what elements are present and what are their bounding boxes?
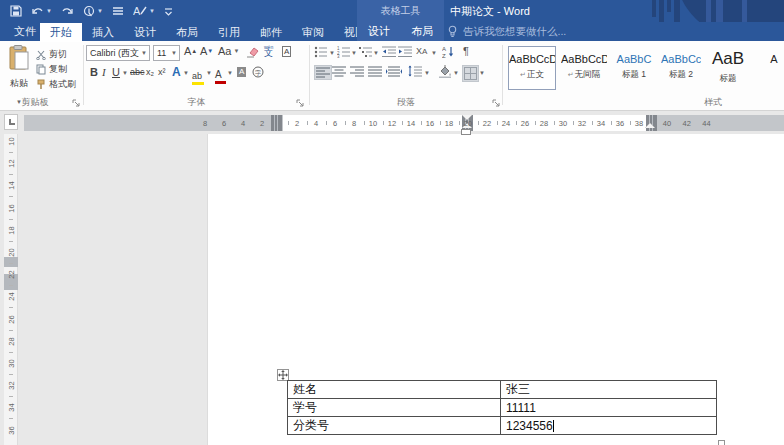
shading-dropdown-icon[interactable]: ▼	[453, 70, 459, 76]
style-name: ↵无间隔	[561, 69, 607, 81]
table-cell[interactable]: 姓名	[288, 381, 501, 399]
redo-button[interactable]	[61, 6, 74, 17]
font-edit-button[interactable]: A ▼	[133, 5, 155, 17]
tab-设计[interactable]: 设计	[124, 23, 166, 42]
subscript-button[interactable]: x₂	[146, 67, 154, 77]
tab-插入[interactable]: 插入	[82, 23, 124, 42]
style-card-无间隔[interactable]: AaBbCcDc↵无间隔	[560, 46, 608, 90]
tell-me-box[interactable]: 告诉我您想要做什么...	[447, 22, 566, 41]
bullet-list-button[interactable]	[314, 46, 328, 58]
show-marks-button[interactable]: ¶	[463, 45, 469, 57]
ruler-number: 10	[369, 119, 377, 128]
document-table[interactable]: 姓名张三学号11111分类号1234556	[287, 380, 717, 435]
highlight-color-button[interactable]: ab	[192, 65, 204, 85]
shrink-font-button[interactable]: A▼	[200, 45, 213, 57]
font-size-dropdown-icon[interactable]: ▼	[169, 50, 179, 56]
table-row-marker[interactable]	[4, 257, 18, 267]
style-card-标题 2[interactable]: AaBbCcD标题 2	[660, 46, 702, 90]
qat-more-button[interactable]	[164, 7, 173, 16]
font-name-combobox[interactable]: Calibri (西文正 ▼	[86, 45, 150, 61]
italic-button[interactable]: I	[102, 66, 106, 78]
paragraph-dialog-launcher[interactable]	[492, 99, 501, 108]
superscript-button[interactable]: x²	[158, 67, 166, 77]
font-name-dropdown-icon[interactable]: ▼	[139, 50, 149, 56]
save-icon[interactable]	[10, 5, 22, 17]
font-color-dropdown-icon[interactable]: ▼	[227, 70, 233, 76]
font-dialog-launcher[interactable]	[296, 99, 305, 108]
undo-dropdown-icon[interactable]: ▼	[46, 8, 52, 14]
multilevel-list-button[interactable]	[359, 46, 373, 58]
paste-button[interactable]: 粘贴 ▼	[4, 45, 34, 103]
bold-button[interactable]: B	[90, 66, 98, 78]
contextual-tab-布局[interactable]: 布局	[407, 22, 437, 41]
undo-button[interactable]: ▼	[31, 6, 52, 17]
character-border-button[interactable]: A	[282, 46, 291, 57]
table-cell[interactable]: 学号	[288, 399, 501, 417]
style-card-标题[interactable]: AaB标题	[706, 46, 750, 90]
numbered-list-dropdown-icon[interactable]: ▼	[351, 50, 357, 56]
strikethrough-button[interactable]: abc	[130, 67, 145, 77]
line-spacing-button[interactable]	[408, 65, 422, 77]
format-painter-button[interactable]: 格式刷	[36, 78, 76, 91]
tab-邮件[interactable]: 邮件	[250, 23, 292, 42]
underline-dropdown-icon[interactable]: ▼	[122, 70, 128, 76]
align-right-button[interactable]	[350, 66, 364, 77]
align-left-button[interactable]	[314, 65, 332, 80]
distribute-button[interactable]	[386, 66, 402, 77]
bullet-list-dropdown-icon[interactable]: ▼	[329, 50, 335, 56]
touch-mode-dropdown-icon[interactable]: ▼	[97, 8, 103, 14]
right-indent-marker[interactable]	[645, 123, 655, 128]
contextual-tab-设计[interactable]: 设计	[364, 22, 394, 41]
cut-button[interactable]: 剪切	[36, 48, 67, 61]
left-indent-marker[interactable]	[461, 129, 471, 135]
table-cell[interactable]: 张三	[501, 381, 717, 399]
multilevel-list-dropdown-icon[interactable]: ▼	[373, 50, 379, 56]
tab-审阅[interactable]: 审阅	[292, 23, 334, 42]
sort-button[interactable]: AZ	[442, 45, 455, 58]
font-edit-dropdown-icon[interactable]: ▼	[149, 8, 155, 14]
tab-引用[interactable]: 引用	[208, 23, 250, 42]
grow-font-button[interactable]: A▲	[184, 45, 197, 57]
shading-button[interactable]	[438, 65, 452, 78]
borders-button[interactable]	[462, 65, 479, 82]
table-cell[interactable]: 分类号	[288, 417, 501, 435]
asian-layout-dropdown-icon[interactable]: ▼	[431, 50, 437, 56]
touch-mode-button[interactable]: ▼	[83, 5, 103, 18]
tab-布局[interactable]: 布局	[166, 23, 208, 42]
table-cell[interactable]: 11111	[501, 399, 717, 417]
table-column-marker[interactable]	[271, 115, 282, 131]
style-card-partial[interactable]: A	[754, 46, 784, 90]
numbered-list-button[interactable]: 123	[337, 46, 351, 58]
tab-开始[interactable]: 开始	[40, 23, 82, 42]
font-size-combobox[interactable]: 11 ▼	[153, 45, 180, 61]
justify-button[interactable]	[368, 66, 382, 77]
style-card-标题 1[interactable]: AaBbC标题 1	[612, 46, 656, 90]
change-case-button[interactable]: Aa▼	[218, 45, 239, 57]
table-resize-handle[interactable]	[718, 440, 725, 445]
asian-layout-button[interactable]: XA	[416, 46, 427, 56]
tab-stop-selector[interactable]	[4, 114, 18, 130]
copy-button[interactable]: 复制	[36, 63, 67, 76]
underline-button[interactable]: U	[112, 66, 120, 78]
clipboard-dialog-launcher[interactable]	[72, 99, 81, 108]
ruler-number: 4	[314, 119, 318, 128]
style-card-正文[interactable]: AaBbCcDc↵正文	[508, 46, 556, 90]
clear-formatting-button[interactable]	[246, 46, 259, 58]
vertical-ruler[interactable]: 1012141618202224262830323436	[4, 134, 18, 445]
table-cell[interactable]: 1234556	[501, 417, 717, 435]
line-spacing-dropdown-icon[interactable]: ▼	[424, 70, 430, 76]
lines-icon[interactable]	[112, 6, 124, 16]
enclose-characters-button[interactable]: 字	[252, 66, 264, 78]
text-effects-dropdown-icon[interactable]: ▼	[183, 70, 189, 76]
borders-dropdown-icon[interactable]: ▼	[479, 70, 485, 76]
font-color-button[interactable]: A	[215, 64, 226, 84]
decrease-indent-button[interactable]	[382, 46, 396, 58]
ruler-tick	[9, 263, 13, 264]
text-effects-button[interactable]: A	[172, 65, 181, 79]
horizontal-ruler[interactable]: 8642246810121416182022242628303234363840…	[24, 115, 784, 131]
phonetic-guide-button[interactable]: wén 文	[264, 44, 273, 56]
align-center-button[interactable]	[332, 66, 346, 77]
increase-indent-button[interactable]	[398, 46, 412, 58]
highlight-dropdown-icon[interactable]: ▼	[206, 70, 212, 76]
character-shading-button[interactable]: A	[237, 67, 246, 77]
